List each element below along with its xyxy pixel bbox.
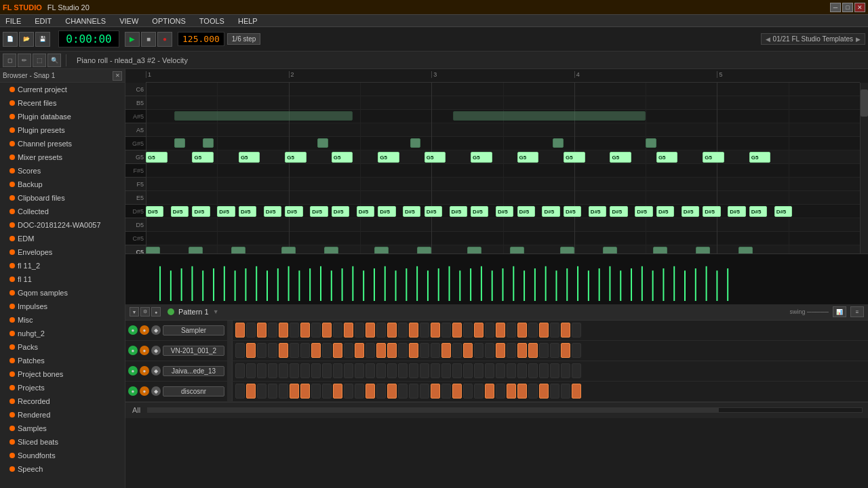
seq-step-1-23[interactable] (485, 343, 494, 358)
browser-item-fl-11[interactable]: fl 11 (0, 272, 125, 286)
note-gs5-2[interactable] (203, 138, 214, 148)
browser-item-doc-20181224-wa0057[interactable]: DOC-20181224-WA0057 (0, 218, 125, 232)
seq-step-2-23[interactable] (485, 363, 494, 378)
seq-step-2-2[interactable] (257, 363, 267, 378)
seq-step-2-18[interactable] (431, 363, 440, 378)
note-ds5-9[interactable]: D#5 (332, 206, 349, 217)
piano-roll-notes[interactable]: 1 2 3 4 5 C6 B5 A#5 A5 G#5 G5 F#5 F5 E5 … (125, 69, 868, 253)
seq-step-3-9[interactable] (333, 384, 342, 399)
note-c5-2[interactable] (189, 247, 203, 253)
seq-step-3-10[interactable] (344, 384, 353, 399)
seq-step-1-21[interactable] (463, 343, 473, 358)
seq-step-0-28[interactable] (539, 323, 549, 338)
note-ds5-25[interactable]: D#5 (703, 206, 720, 217)
seq-step-0-8[interactable] (322, 323, 332, 338)
browser-item-speech[interactable]: Speech (0, 462, 125, 476)
seq-step-0-26[interactable] (517, 323, 527, 338)
note-ds5-24[interactable]: D#5 (682, 206, 699, 217)
browser-item-project-bones[interactable]: Project bones (0, 367, 125, 381)
seq-step-0-5[interactable] (290, 323, 299, 338)
seq-fx-btn[interactable]: ◆ (151, 325, 161, 335)
seq-step-2-25[interactable] (507, 363, 516, 378)
seq-step-0-17[interactable] (420, 323, 429, 338)
browser-item-soundfonts[interactable]: Soundfonts (0, 449, 125, 462)
note-ds5-22[interactable]: D#5 (635, 206, 652, 217)
browser-item-sliced-beats[interactable]: Sliced beats (0, 435, 125, 449)
seq-step-1-26[interactable] (517, 343, 527, 358)
seq-step-0-6[interactable] (300, 323, 310, 338)
note-c5-3[interactable] (231, 247, 245, 253)
seq-step-1-19[interactable] (441, 343, 451, 358)
seq-step-0-15[interactable] (398, 323, 408, 338)
record-button[interactable]: ● (157, 32, 172, 47)
note-g5-2[interactable]: G5 (192, 152, 214, 163)
seq-step-1-11[interactable] (355, 343, 364, 358)
seq-step-3-22[interactable] (474, 384, 484, 399)
seq-step-0-1[interactable] (246, 323, 256, 338)
seq-step-0-13[interactable] (376, 323, 386, 338)
browser-item-channel-presets[interactable]: Channel presets (0, 137, 125, 150)
seq-step-3-17[interactable] (420, 384, 429, 399)
browser-item-mixer-presets[interactable]: Mixer presets (0, 150, 125, 164)
browser-item-misc[interactable]: Misc (0, 313, 125, 327)
note-ds5-20[interactable]: D#5 (589, 206, 606, 217)
zoom-button[interactable]: 🔍 (47, 54, 61, 67)
seq-step-0-23[interactable] (485, 323, 494, 338)
seq-mute-btn[interactable]: ● (128, 366, 138, 375)
note-c5-7[interactable] (417, 247, 431, 253)
seq-step-2-16[interactable] (409, 363, 418, 378)
note-g5-6[interactable]: G5 (378, 152, 399, 163)
seq-view-btn2[interactable]: ≡ (850, 306, 864, 317)
note-g5-1[interactable]: G5 (146, 152, 167, 163)
seq-record-btn[interactable]: ● (151, 307, 161, 317)
note-as5-1[interactable] (174, 111, 353, 121)
seq-dropdown-icon[interactable]: ▼ (213, 308, 219, 315)
seq-step-0-20[interactable] (452, 323, 462, 338)
seq-step-1-25[interactable] (507, 343, 516, 358)
seq-step-1-2[interactable] (257, 343, 267, 358)
snap-button[interactable]: ◻ (3, 54, 16, 67)
open-button[interactable]: 📂 (19, 32, 34, 47)
seq-fx-btn[interactable]: ◆ (151, 366, 161, 375)
note-gs5-3[interactable] (317, 138, 328, 148)
seq-solo-btn[interactable]: ● (140, 325, 149, 335)
browser-item-gqom-samples[interactable]: Gqom samples (0, 286, 125, 300)
seq-step-2-4[interactable] (279, 363, 288, 378)
seq-step-2-5[interactable] (290, 363, 299, 378)
note-ds5-7[interactable]: D#5 (285, 206, 302, 217)
seq-step-2-22[interactable] (474, 363, 484, 378)
note-gs5-1[interactable] (174, 138, 185, 148)
note-c5-10[interactable] (560, 247, 574, 253)
seq-solo-btn[interactable]: ● (140, 366, 149, 375)
seq-step-2-29[interactable] (550, 363, 559, 378)
note-g5-3[interactable]: G5 (239, 152, 260, 163)
seq-step-3-28[interactable] (539, 384, 549, 399)
note-ds5-8[interactable]: D#5 (310, 206, 328, 217)
browser-item-clipboard-files[interactable]: Clipboard files (0, 191, 125, 205)
seq-step-0-4[interactable] (279, 323, 288, 338)
seq-step-3-19[interactable] (441, 384, 451, 399)
seq-step-3-29[interactable] (550, 384, 559, 399)
menu-file[interactable]: FILE (3, 17, 24, 25)
seq-step-0-14[interactable] (387, 323, 397, 338)
seq-step-1-4[interactable] (279, 343, 288, 358)
menu-channels[interactable]: CHANNELS (62, 17, 108, 25)
note-c5-8[interactable] (467, 247, 481, 253)
seq-track-name-1[interactable]: VN-201_001_2 (163, 346, 224, 356)
seq-step-2-6[interactable] (300, 363, 310, 378)
browser-item-plugin-database[interactable]: Plugin database (0, 110, 125, 123)
seq-step-2-27[interactable] (528, 363, 538, 378)
seq-step-3-2[interactable] (257, 384, 267, 399)
draw-button[interactable]: ✏ (18, 54, 31, 67)
seq-step-3-15[interactable] (398, 384, 408, 399)
seq-step-0-0[interactable] (235, 323, 245, 338)
note-ds5-4[interactable]: D#5 (217, 206, 235, 217)
seq-solo-btn[interactable]: ● (140, 346, 149, 355)
note-g5-11[interactable]: G5 (610, 152, 631, 163)
note-ds5-28[interactable]: D#5 (774, 206, 792, 217)
browser-item-collected[interactable]: Collected (0, 205, 125, 218)
note-ds5-21[interactable]: D#5 (610, 206, 627, 217)
note-gs5-5[interactable] (553, 138, 564, 148)
note-ds5-13[interactable]: D#5 (425, 206, 442, 217)
seq-track-name-3[interactable]: discosnr (163, 386, 224, 396)
